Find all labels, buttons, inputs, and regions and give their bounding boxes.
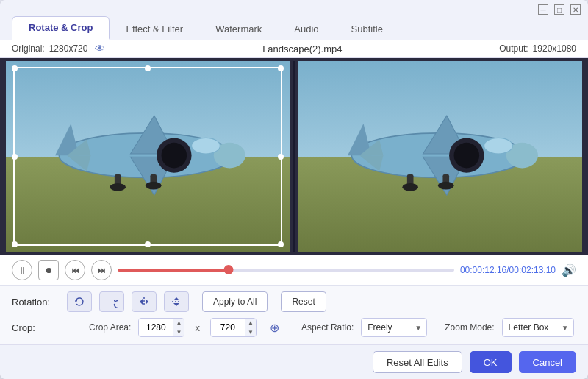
crop-label: Crop: <box>12 322 60 333</box>
svg-marker-35 <box>173 303 179 306</box>
center-icon[interactable]: ⊕ <box>270 321 279 335</box>
edit-controls: Rotation: Apply to All Reset Crop: Crop … <box>0 285 588 344</box>
crop-width-field[interactable] <box>139 319 173 336</box>
crop-height-input[interactable]: ▲ ▼ <box>210 318 257 337</box>
crop-height-field[interactable] <box>211 319 245 336</box>
output-label: Output: <box>499 43 528 54</box>
rotate-right-button[interactable] <box>99 291 124 312</box>
svg-point-22 <box>454 143 480 169</box>
cancel-button[interactable]: Cancel <box>519 351 576 373</box>
svg-point-8 <box>162 143 187 169</box>
stop-button[interactable]: ⏺ <box>38 260 59 280</box>
right-video-panel <box>298 61 582 252</box>
original-label: Original: <box>12 43 45 54</box>
left-video-scene <box>6 61 290 252</box>
tab-effect-filter[interactable]: Effect & Filter <box>110 18 199 40</box>
tab-rotate-crop[interactable]: Rotate & Crop <box>12 16 110 40</box>
volume-icon[interactable]: 🔊 <box>562 263 576 277</box>
output-resolution: 1920x1080 <box>533 43 576 54</box>
playback-controls: ⏸ ⏺ ⏮ ⏭ 00:00:12.16/00:02:13.10 🔊 <box>0 255 588 285</box>
prev-button[interactable]: ⏮ <box>65 260 85 280</box>
svg-point-23 <box>484 138 513 154</box>
info-bar: Original: 1280x720 👁 Landscape(2).mp4 Ou… <box>0 40 588 58</box>
svg-point-13 <box>146 182 162 190</box>
crop-row: Crop: Crop Area: ▲ ▼ x ▲ ▼ ⊕ Aspect Rati… <box>12 318 576 337</box>
reset-rotation-button[interactable]: Reset <box>281 291 326 312</box>
progress-thumb[interactable] <box>224 265 234 274</box>
svg-point-27 <box>438 182 454 190</box>
aircraft-svg-right <box>318 84 559 227</box>
aspect-ratio-select-wrap: Freely 16:9 4:3 1:1 9:16 ▼ <box>361 318 427 337</box>
crop-area-label: Crop Area: <box>89 322 131 333</box>
zoom-mode-select[interactable]: Letter Box Pan & Scan Full <box>502 318 574 337</box>
video-divider <box>293 61 295 252</box>
main-window: ─ □ ✕ Rotate & Crop Effect & Filter Wate… <box>0 0 588 379</box>
progress-bar[interactable] <box>118 269 454 272</box>
zoom-mode-label: Zoom Mode: <box>445 322 494 333</box>
rotation-row: Rotation: Apply to All Reset <box>12 291 576 312</box>
next-button[interactable]: ⏭ <box>91 260 112 280</box>
video-area <box>0 58 588 255</box>
eye-icon[interactable]: 👁 <box>95 43 105 54</box>
tab-subtitle[interactable]: Subtitle <box>335 18 399 40</box>
zoom-mode-select-wrap: Letter Box Pan & Scan Full ▼ <box>502 318 574 337</box>
svg-marker-34 <box>173 297 179 300</box>
filename: Landscape(2).mp4 <box>110 43 495 54</box>
x-separator: x <box>195 322 200 333</box>
crop-width-down[interactable]: ▼ <box>173 327 184 337</box>
tab-watermark[interactable]: Watermark <box>199 18 278 40</box>
apply-to-all-button[interactable]: Apply to All <box>202 291 268 312</box>
crop-height-up[interactable]: ▲ <box>245 318 256 327</box>
progress-fill <box>118 269 229 272</box>
crop-height-down[interactable]: ▼ <box>245 327 256 337</box>
reset-all-edits-button[interactable]: Reset All Edits <box>373 351 462 373</box>
crop-width-input[interactable]: ▲ ▼ <box>138 318 184 337</box>
time-display: 00:00:12.16/00:02:13.10 <box>460 265 556 275</box>
close-button[interactable]: ✕ <box>570 4 581 15</box>
tab-audio[interactable]: Audio <box>278 18 334 40</box>
original-resolution: 1280x720 <box>49 43 88 54</box>
svg-point-25 <box>402 183 418 191</box>
flip-vertical-button[interactable] <box>164 291 189 312</box>
left-video-panel <box>6 61 290 252</box>
svg-marker-31 <box>140 299 143 305</box>
right-video-scene <box>298 61 582 252</box>
minimize-button[interactable]: ─ <box>538 4 548 15</box>
aspect-ratio-select[interactable]: Freely 16:9 4:3 1:1 9:16 <box>361 318 427 337</box>
rotate-left-button[interactable] <box>67 291 92 312</box>
crop-width-up[interactable]: ▲ <box>173 318 184 327</box>
crop-height-spinners: ▲ ▼ <box>245 318 256 337</box>
title-bar: ─ □ ✕ <box>0 0 588 15</box>
ok-button[interactable]: OK <box>470 351 512 373</box>
aspect-ratio-label: Aspect Ratio: <box>301 322 354 333</box>
footer: Reset All Edits OK Cancel <box>0 344 588 379</box>
crop-width-spinners: ▲ ▼ <box>173 318 184 337</box>
svg-point-11 <box>110 183 126 191</box>
tab-bar: Rotate & Crop Effect & Filter Watermark … <box>0 16 588 40</box>
flip-horizontal-button[interactable] <box>132 291 157 312</box>
maximize-button[interactable]: □ <box>554 4 564 15</box>
svg-point-9 <box>192 138 220 154</box>
svg-marker-32 <box>146 299 148 305</box>
aircraft-svg-left <box>26 84 267 227</box>
pause-button[interactable]: ⏸ <box>12 260 32 280</box>
rotation-label: Rotation: <box>12 297 60 308</box>
